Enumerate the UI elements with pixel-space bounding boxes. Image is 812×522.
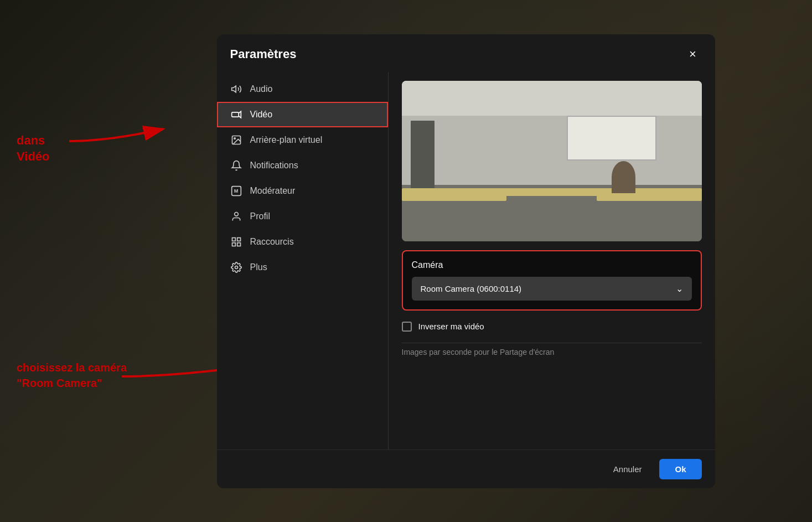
settings-sidebar: Audio Vidéo	[217, 72, 389, 449]
grid-icon	[230, 236, 242, 248]
svg-point-8	[234, 212, 238, 216]
invert-video-row: Inverser ma vidéo	[402, 319, 702, 334]
sidebar-item-profil[interactable]: Profil	[217, 204, 388, 229]
sidebar-raccourcis-label: Raccourcis	[250, 237, 294, 247]
annotation-camera: choisissez la caméra"Room Camera"	[17, 360, 127, 391]
sidebar-plus-label: Plus	[250, 262, 267, 272]
sidebar-profil-label: Profil	[250, 211, 270, 221]
sidebar-audio-label: Audio	[250, 84, 273, 94]
sidebar-video-label: Vidéo	[250, 110, 273, 120]
sidebar-item-raccourcis[interactable]: Raccourcis	[217, 229, 388, 255]
sidebar-notifications-label: Notifications	[250, 161, 298, 170]
speaker-icon	[230, 83, 242, 95]
svg-rect-11	[232, 242, 235, 246]
svg-rect-12	[237, 242, 240, 246]
person-icon	[230, 210, 242, 223]
sidebar-item-plus[interactable]: Plus	[217, 255, 388, 280]
sidebar-background-label: Arrière-plan virtuel	[250, 135, 323, 145]
settings-content: Caméra Room Camera (0600:0114) ⌄ Inverse…	[389, 72, 715, 449]
room-ceiling	[402, 81, 702, 116]
camera-select-dropdown[interactable]: Room Camera (0600:0114) ⌄	[412, 277, 692, 301]
sidebar-item-video[interactable]: Vidéo	[217, 102, 388, 127]
sidebar-moderateur-label: Modérateur	[250, 186, 296, 196]
chevron-down-icon: ⌄	[676, 283, 683, 294]
svg-rect-3	[231, 112, 239, 116]
camera-section-label: Caméra	[412, 260, 692, 270]
room-door	[411, 121, 435, 188]
sidebar-item-audio[interactable]: Audio	[217, 76, 388, 102]
m-box-icon: M	[230, 185, 242, 197]
svg-marker-2	[231, 86, 236, 92]
annotation-video: dansVidéo	[17, 133, 50, 164]
bell-icon	[230, 159, 242, 172]
gear-icon	[230, 261, 242, 273]
close-button[interactable]: ×	[684, 45, 702, 63]
camera-select-value: Room Camera (0600:0114)	[421, 284, 676, 293]
camera-preview	[402, 81, 702, 241]
svg-text:M: M	[234, 188, 238, 194]
room-table-left	[402, 188, 507, 201]
camera-preview-inner	[402, 81, 702, 241]
svg-point-13	[235, 266, 237, 268]
camera-section: Caméra Room Camera (0600:0114) ⌄	[402, 250, 702, 311]
svg-rect-9	[232, 237, 235, 241]
invert-video-checkbox[interactable]	[402, 322, 412, 332]
sidebar-item-moderateur[interactable]: M Modérateur	[217, 178, 388, 204]
camera-icon	[230, 108, 242, 121]
ok-button[interactable]: Ok	[659, 459, 701, 479]
svg-rect-10	[237, 237, 240, 241]
modal-title: Paramètres	[230, 47, 297, 61]
image-icon	[230, 134, 242, 146]
invert-video-label: Inverser ma vidéo	[418, 322, 484, 331]
sidebar-item-background[interactable]: Arrière-plan virtuel	[217, 127, 388, 153]
settings-modal: Paramètres × Audio	[217, 34, 715, 488]
modal-header: Paramètres ×	[217, 34, 715, 72]
sidebar-item-notifications[interactable]: Notifications	[217, 153, 388, 178]
modal-footer: Annuler Ok	[217, 449, 715, 488]
room-whiteboard	[567, 116, 657, 161]
fps-label: Images par seconde pour le Partage d'écr…	[402, 343, 702, 361]
room-table-center	[492, 188, 612, 197]
svg-point-5	[234, 137, 235, 139]
cancel-button[interactable]: Annuler	[602, 459, 653, 479]
modal-body: Audio Vidéo	[217, 72, 715, 449]
room-person	[612, 161, 635, 193]
